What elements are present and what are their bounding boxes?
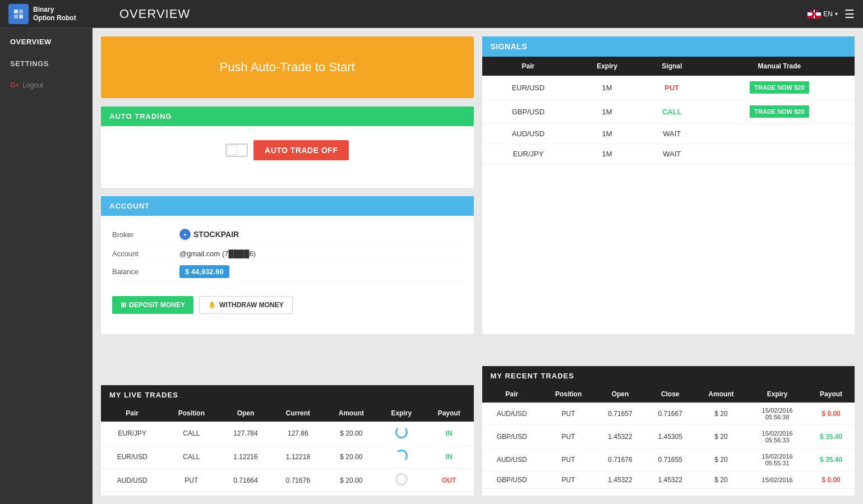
live-trade-row: EUR/JPYCALL127.784127.86$ 20.00IN [101, 422, 474, 445]
auto-trade-off-button[interactable]: AUTO TRADE OFF [253, 140, 349, 160]
header-right: EN ▾ ☰ [807, 7, 855, 21]
header: Binary Option Robot OVERVIEW EN ▾ ☰ [0, 0, 863, 28]
lt-amount: $ 20.00 [324, 422, 379, 445]
logo-text: Binary Option Robot [33, 6, 76, 22]
lt-expiry [379, 445, 424, 469]
rt-amount: $ 20 [695, 471, 747, 489]
live-trade-row: EUR/USDCALL1.122161.12218$ 20.00IN [101, 445, 474, 469]
lt-pair: AUD/USD [101, 469, 163, 492]
signal-type: WAIT [640, 124, 704, 144]
broker-icon: ● [179, 229, 191, 240]
auto-trade-toggle-area: AUTO TRADE OFF [225, 140, 349, 160]
account-label: Account [112, 249, 179, 258]
lt-payout: OUT [424, 469, 474, 492]
rt-amount: $ 20 [695, 403, 747, 426]
signal-manual-trade [704, 144, 855, 164]
lt-col-position: Position [163, 405, 219, 422]
hamburger-menu-icon[interactable]: ☰ [844, 7, 855, 21]
account-header: ACCOUNT [101, 196, 474, 216]
recent-trade-row: GBP/USDPUT1.453221.45322$ 2015/02/2016$ … [482, 471, 855, 489]
live-trades-table: Pair Position Open Current Amount Expiry… [101, 405, 474, 492]
rt-pair: GBP/USD [482, 471, 542, 489]
signal-type: WAIT [640, 144, 704, 164]
page-title: OVERVIEW [108, 7, 807, 21]
balance-value: $ 44,932.60 [179, 267, 463, 276]
sidebar: OVERVIEW SETTINGS G+ Logout [0, 28, 93, 504]
signals-col-signal: Signal [640, 57, 704, 76]
recent-trades-header: MY RECENT TRADES [482, 366, 855, 386]
rt-pair: AUD/USD [482, 448, 542, 471]
lt-col-payout: Payout [424, 405, 474, 422]
signal-manual-trade[interactable]: TRADE NOW $20 [704, 76, 855, 100]
signals-card: SIGNALS Pair Expiry Signal Manual Trade … [482, 36, 855, 334]
recent-trades-scroll[interactable]: Pair Position Open Close Amount Expiry P… [482, 386, 855, 489]
rt-amount: $ 20 [695, 426, 747, 448]
signals-col-manual: Manual Trade [704, 57, 855, 76]
rt-pair: GBP/USD [482, 426, 542, 448]
account-body: Broker ● STOCKPAIR Account @gmail.com (7… [101, 216, 474, 289]
balance-label: Balance [112, 267, 179, 276]
signals-table: Pair Expiry Signal Manual Trade EUR/USD1… [482, 57, 855, 164]
signal-manual-trade[interactable]: TRADE NOW $20 [704, 100, 855, 124]
signal-expiry: 1M [574, 100, 640, 124]
signals-tbody: EUR/USD1MPUTTRADE NOW $20GBP/USD1MCALLTR… [482, 76, 855, 164]
rt-position: PUT [542, 403, 596, 426]
signal-type: PUT [640, 76, 704, 100]
sidebar-item-settings[interactable]: SETTINGS [0, 53, 93, 75]
signal-type: CALL [640, 100, 704, 124]
rt-close: 0.71667 [645, 403, 695, 426]
signals-row: EUR/JPY1MWAIT [482, 144, 855, 164]
deposit-button[interactable]: ⊞ DEPOSIT MONEY [112, 296, 193, 314]
rt-position: PUT [542, 471, 596, 489]
recent-trade-row: AUD/USDPUT0.716570.71667$ 2015/02/201605… [482, 403, 855, 426]
logout-button[interactable]: G+ Logout [0, 75, 93, 96]
recent-trade-row: AUD/USDPUT0.716760.71655$ 2015/02/201605… [482, 448, 855, 471]
deposit-icon: ⊞ [121, 301, 126, 309]
sidebar-item-overview[interactable]: OVERVIEW [0, 31, 93, 53]
recent-trades-table: Pair Position Open Close Amount Expiry P… [482, 386, 855, 489]
rt-expiry: 15/02/201605:56:33 [747, 426, 807, 448]
rt-payout: $ 0.00 [807, 403, 855, 426]
lt-payout: IN [424, 422, 474, 445]
live-trades-header: MY LIVE TRADES [101, 385, 474, 405]
live-trade-row: AUD/USDPUT0.716640.71676$ 20.00OUT [101, 469, 474, 492]
broker-name: STOCKPAIR [193, 230, 239, 239]
auto-trading-card: AUTO TRADING AUTO TRADE OFF [101, 107, 474, 188]
language-code: EN [823, 10, 833, 18]
withdraw-button[interactable]: ✋ WITHDRAW MONEY [199, 296, 293, 314]
lt-current: 0.71676 [272, 469, 324, 492]
signal-pair: EUR/JPY [482, 144, 575, 164]
lt-col-open: Open [219, 405, 271, 422]
recent-trades-tbody: AUD/USDPUT0.716570.71667$ 2015/02/201605… [482, 403, 855, 489]
rt-expiry: 15/02/201605:56:38 [747, 403, 807, 426]
withdraw-icon: ✋ [208, 301, 216, 309]
lt-position: CALL [163, 445, 219, 469]
signals-row: EUR/USD1MPUTTRADE NOW $20 [482, 76, 855, 100]
content-area: Push Auto-Trade to Start SIGNALS Pair Ex… [93, 28, 863, 504]
auto-trade-toggle-switch[interactable] [225, 144, 248, 157]
lt-pair: EUR/USD [101, 445, 163, 469]
language-selector[interactable]: EN ▾ [807, 10, 838, 19]
lt-col-expiry: Expiry [379, 405, 424, 422]
main-container: OVERVIEW SETTINGS G+ Logout Push Auto-Tr… [0, 28, 863, 504]
lt-col-pair: Pair [101, 405, 163, 422]
signals-col-expiry: Expiry [574, 57, 640, 76]
recent-trade-row: GBP/USDPUT1.453221.45305$ 2015/02/201605… [482, 426, 855, 448]
trade-now-button[interactable]: TRADE NOW $20 [750, 105, 809, 118]
rt-expiry: 15/02/201605:55:31 [747, 448, 807, 471]
lt-open: 0.71664 [219, 469, 271, 492]
signals-header: SIGNALS [482, 36, 855, 57]
rt-position: PUT [542, 448, 596, 471]
signals-col-pair: Pair [482, 57, 575, 76]
signals-row: GBP/USD1MCALLTRADE NOW $20 [482, 100, 855, 124]
push-autotrade-banner[interactable]: Push Auto-Trade to Start [101, 36, 474, 98]
rt-close: 1.45322 [645, 471, 695, 489]
rt-close: 0.71655 [645, 448, 695, 471]
lt-payout: IN [424, 445, 474, 469]
trade-now-button[interactable]: TRADE NOW $20 [750, 81, 809, 94]
signal-pair: AUD/USD [482, 124, 575, 144]
svg-rect-2 [14, 15, 18, 19]
auto-trading-body: AUTO TRADE OFF [101, 126, 474, 174]
loading-spinner [395, 426, 408, 438]
rt-payout: $ 0.00 [807, 471, 855, 489]
